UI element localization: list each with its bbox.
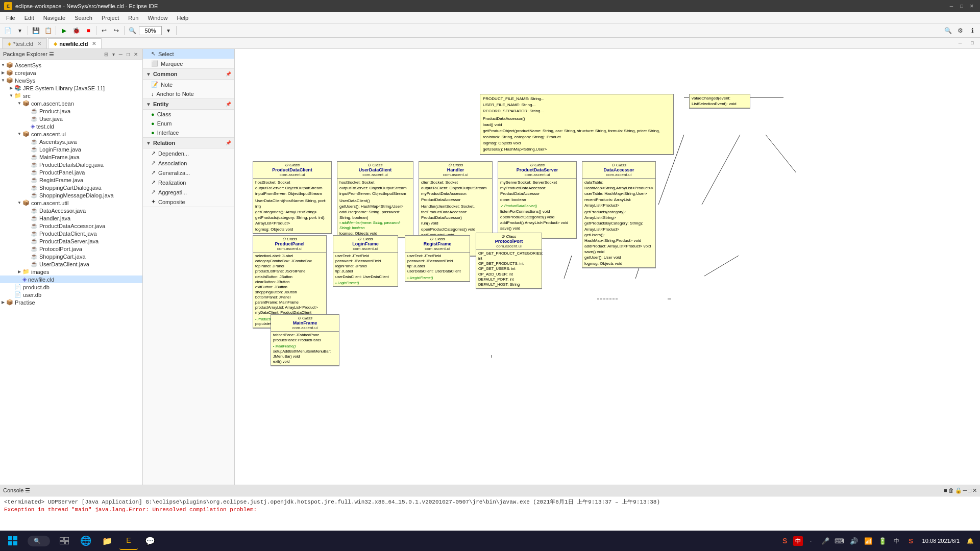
note-node-1[interactable]: PRODUCT_FILE_NAME: String... USER_FILE_N… <box>480 94 674 155</box>
tree-item-MainFrame-java[interactable]: ☕MainFrame.java <box>0 153 142 161</box>
menu-run[interactable]: Run <box>124 14 142 22</box>
toolbar-prefs-btn[interactable]: ⚙ <box>954 25 966 36</box>
tab-test-cld-close[interactable]: ✕ <box>37 41 41 46</box>
tree-item-NewSys[interactable]: ▼📦NewSys <box>0 77 142 84</box>
pe-close-btn[interactable]: ✕ <box>132 51 139 58</box>
tree-item-Handler-java[interactable]: ☕Handler.java <box>0 214 142 222</box>
palette-item-association[interactable]: ↗ Association <box>143 158 234 168</box>
node-protocol-port[interactable]: ⊙ Class ProtocolPort com.ascent.ui OP_GE… <box>476 233 542 289</box>
tree-item-ProtocolPort-java[interactable]: ☕ProtocolPort.java <box>0 245 142 253</box>
tray-vol-icon[interactable]: 🔊 <box>848 535 860 547</box>
tree-item-ShoppingCart-java[interactable]: ☕ShoppingCart.java <box>0 253 142 260</box>
tray-battery-icon[interactable]: 🔋 <box>876 535 889 547</box>
menu-search[interactable]: Search <box>70 14 96 22</box>
tree-item-ShoppingCartDialog-java[interactable]: ☕ShoppingCartDialog.java <box>0 184 142 191</box>
menu-window[interactable]: Window <box>143 14 172 22</box>
toolbar-zoom-out-btn[interactable]: 🔍 <box>127 25 138 36</box>
pe-menu-btn[interactable]: ▾ <box>111 51 116 58</box>
taskbar-edge-icon[interactable]: 🌐 <box>77 532 95 550</box>
tab-newfile-cld[interactable]: ◈ newfile.cld ✕ <box>48 38 102 48</box>
tree-item-JRE-System-Library--JavaSE-11-[interactable]: ▶📚JRE System Library [JavaSE-11] <box>0 84 142 92</box>
palette-item-select[interactable]: ↖ Select <box>143 49 234 59</box>
diagram-area[interactable]: PRODUCT_FILE_NAME: String... USER_FILE_N… <box>235 49 980 485</box>
palette-item-realization[interactable]: ↗ Realization <box>143 178 234 187</box>
taskbar-start-button[interactable] <box>0 531 26 551</box>
tree-item-com-ascent-util[interactable]: ▼📦com.ascent.util <box>0 199 142 207</box>
toolbar-redo-btn[interactable]: ↪ <box>111 25 122 36</box>
tree-toggle[interactable]: ▶ <box>16 269 22 274</box>
tree-item-Product-java[interactable]: ☕Product.java <box>0 107 142 115</box>
tree-item-newfile-cld[interactable]: ◈newfile.cld <box>0 276 142 283</box>
tree-item-product-db[interactable]: 📄product.db <box>0 283 142 291</box>
pe-collapse-btn[interactable]: ⊟ <box>103 51 110 58</box>
console-min-btn[interactable]: ─ <box>963 487 967 494</box>
menu-file[interactable]: File <box>2 14 19 22</box>
taskbar-eclipse-icon[interactable]: E <box>119 532 138 550</box>
menu-edit[interactable]: Edit <box>20 14 38 22</box>
palette-entity-header[interactable]: ▼ Entity 📌 <box>143 99 234 110</box>
palette-item-composite[interactable]: ✦ Composite <box>143 197 234 207</box>
menu-help[interactable]: Help <box>173 14 193 22</box>
tree-item-com-ascent-bean[interactable]: ▼📦com.ascent.bean <box>0 99 142 107</box>
tree-item-images[interactable]: ▶📁images <box>0 268 142 276</box>
tree-item-user-db[interactable]: 📄user.db <box>0 291 142 298</box>
tray-network-icon[interactable]: 📶 <box>862 535 874 547</box>
node-user-data-client[interactable]: ⊙ Class UserDataClient com.ascent.ui hos… <box>337 161 413 238</box>
tree-toggle[interactable]: ▼ <box>16 101 22 106</box>
tree-toggle[interactable]: ▶ <box>0 70 6 75</box>
tree-toggle[interactable]: ▶ <box>8 86 14 90</box>
node-product-data-server[interactable]: ⊙ Class ProductDataServer com.ascent.ui … <box>498 161 577 239</box>
toolbar-stop-btn[interactable]: ■ <box>83 25 94 36</box>
tree-toggle[interactable]: ▶ <box>0 300 6 305</box>
tree-item-LoginFrame-java[interactable]: ☕LoginFrame.java <box>0 145 142 153</box>
tree-item-ProductPanel-java[interactable]: ☕ProductPanel.java <box>0 168 142 176</box>
console-terminate-btn[interactable]: ■ <box>944 487 947 494</box>
node-main-frame[interactable]: ⊙ Class MainFrame com.ascent.ui tabbedPa… <box>271 314 339 366</box>
toolbar-new-btn[interactable]: 📄 <box>2 25 13 36</box>
tree-toggle[interactable]: ▼ <box>0 63 6 67</box>
node-product-data-client[interactable]: ⊙ Class ProductDataClient com.ascent.ui … <box>253 161 332 234</box>
tree-toggle[interactable]: ▼ <box>0 78 6 83</box>
diagram-canvas[interactable]: PRODUCT_FILE_NAME: String... USER_FILE_N… <box>235 49 980 485</box>
tree-toggle[interactable]: ▼ <box>16 132 22 136</box>
tree-item-ProductDataClient-java[interactable]: ☕ProductDataClient.java <box>0 230 142 237</box>
diagram-max-btn[interactable]: □ <box>967 37 978 48</box>
taskbar-file-explorer-icon[interactable]: 📁 <box>98 532 116 550</box>
tree-item-test-cld[interactable]: ◈test.cld <box>0 122 142 130</box>
toolbar-debug-btn[interactable]: 🐞 <box>70 25 82 36</box>
tree-item-ProductDetailsDialog-java[interactable]: ☕ProductDetailsDialog.java <box>0 161 142 168</box>
palette-item-enum[interactable]: ● Enum <box>143 119 234 128</box>
tray-notification-btn[interactable]: 🔔 <box>965 538 976 544</box>
toolbar-info-btn[interactable]: ℹ <box>967 25 978 36</box>
tab-test-cld[interactable]: ◈ *test.cld ✕ <box>2 38 47 48</box>
diagram-min-btn[interactable]: ─ <box>954 37 966 48</box>
toolbar-run-btn[interactable]: ▶ <box>58 25 69 36</box>
palette-item-anchor[interactable]: ↓ Anchor to Note <box>143 89 234 98</box>
pe-max-btn[interactable]: □ <box>125 51 131 58</box>
minimize-button[interactable]: ─ <box>947 3 955 10</box>
palette-item-dependency[interactable]: ↗ Dependen... <box>143 148 234 158</box>
toolbar-save-btn[interactable]: 💾 <box>30 25 41 36</box>
palette-item-interface[interactable]: ● Interface <box>143 128 234 137</box>
tree-item-AscentSys[interactable]: ▼📦AscentSys <box>0 61 142 69</box>
toolbar-undo-btn[interactable]: ↩ <box>99 25 110 36</box>
toolbar-search-btn[interactable]: 🔍 <box>942 25 953 36</box>
toolbar-zoom-input[interactable]: 50% <box>139 26 162 35</box>
taskbar-search-box[interactable]: 🔍 <box>28 536 50 546</box>
tray-s-icon[interactable]: S <box>779 535 791 547</box>
tree-item-com-ascent-ui[interactable]: ▼📦com.ascent.ui <box>0 130 142 138</box>
tray-lang-btn[interactable]: 中 <box>793 536 803 546</box>
maximize-button[interactable]: □ <box>958 3 966 10</box>
toolbar-open-btn[interactable]: ▾ <box>14 25 26 36</box>
tray-period-icon[interactable]: ۰ <box>805 535 817 547</box>
tray-clock[interactable]: 10:08 2021/6/1 <box>919 537 963 544</box>
menu-navigate[interactable]: Navigate <box>39 14 69 22</box>
toolbar-zoom-dropdown-btn[interactable]: ▾ <box>163 25 174 36</box>
node-regist-frame[interactable]: ⊙ Class RegistFrame com.ascent.ui userTe… <box>405 235 470 282</box>
palette-item-note[interactable]: 📝 Note <box>143 80 234 89</box>
close-button[interactable]: ✕ <box>968 3 976 10</box>
tree-item-RegistFrame-java[interactable]: ☕RegistFrame.java <box>0 176 142 184</box>
tray-keyboard-icon[interactable]: ⌨ <box>834 535 846 547</box>
palette-common-header[interactable]: ▼ Common 📌 <box>143 69 234 80</box>
console-clear-btn[interactable]: 🗑 <box>948 487 954 494</box>
